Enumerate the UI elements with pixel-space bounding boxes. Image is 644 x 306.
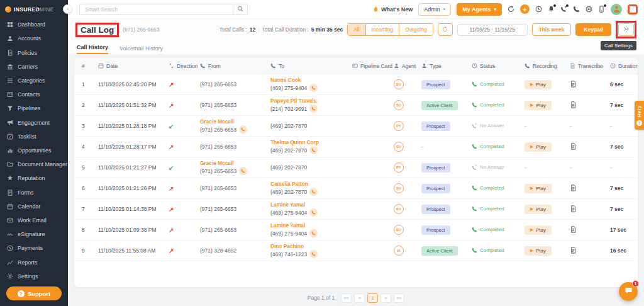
user-avatar[interactable]	[611, 4, 622, 15]
contact-name-link[interactable]: Popeye Ptl Travels	[270, 98, 350, 104]
to-cell: Dino Pachino(469) 746-1223	[270, 243, 352, 258]
filter-outgoing-button[interactable]: Outgoing	[399, 24, 433, 35]
contact-name-link[interactable]: Gracie Mccall	[200, 160, 268, 166]
transcript-icon[interactable]	[570, 247, 577, 254]
phone-icon[interactable]	[573, 6, 580, 13]
agent-badge[interactable]: SU	[394, 225, 404, 235]
agent-badge[interactable]: IA	[394, 246, 404, 256]
next-page-button[interactable]: »	[380, 293, 391, 303]
call-phone-icon[interactable]	[309, 229, 318, 237]
call-settings-button[interactable]	[618, 23, 634, 36]
tab-voicemail-history[interactable]: Voicemail History	[119, 45, 163, 54]
transcript-icon[interactable]	[570, 101, 577, 108]
whats-new-link[interactable]: What's New	[372, 6, 413, 13]
transcript-icon[interactable]	[570, 226, 577, 233]
ai-assistant-icon[interactable]: AI	[586, 6, 592, 13]
admin-dropdown[interactable]: Admin▾	[418, 3, 451, 16]
contact-name-link[interactable]: Naomi Cook	[270, 77, 350, 83]
call-phone-icon[interactable]	[309, 208, 318, 217]
call-phone-icon[interactable]	[309, 84, 318, 92]
tab-call-history[interactable]: Call History	[77, 44, 108, 54]
sidebar-item-dashboard[interactable]: Dashboard	[0, 18, 68, 31]
accounts-icon	[6, 35, 13, 42]
sidebar-item-accounts[interactable]: Accounts	[0, 31, 68, 45]
contact-name-link[interactable]: Lamine Yamal	[270, 222, 350, 229]
missed-call-icon	[472, 123, 477, 128]
contact-name-link[interactable]: Lamine Yamal	[270, 201, 350, 208]
agent-badge[interactable]: SU	[394, 142, 404, 152]
transcript-icon[interactable]	[570, 81, 577, 88]
my-agents-button[interactable]: My Agents▾	[457, 3, 502, 16]
device-icon[interactable]	[598, 6, 605, 13]
call-forward-icon[interactable]	[560, 6, 567, 13]
sidebar-item-categories[interactable]: Categories	[0, 74, 68, 88]
call-phone-icon[interactable]	[309, 188, 318, 196]
sidebar-item-payments[interactable]: $Payments	[0, 241, 68, 255]
sidebar-item-esignature[interactable]: eSignature	[0, 227, 68, 241]
sidebar-item-engagement[interactable]: Engagement	[0, 115, 68, 129]
play-recording-button[interactable]: ▶Play	[525, 184, 552, 193]
filter-incoming-button[interactable]: Incoming	[365, 24, 399, 35]
play-icon: ▶	[530, 248, 533, 253]
contact-name-link[interactable]: Camelia Patton	[270, 181, 350, 187]
sidebar-item-opportunities[interactable]: Opportunities	[0, 144, 68, 157]
sidebar-item-contacts[interactable]: Contacts	[0, 88, 68, 101]
sidebar-item-document-manager[interactable]: Document Manager	[0, 157, 68, 171]
notifications-icon[interactable]	[548, 6, 555, 13]
play-recording-button[interactable]: ▶Play	[525, 80, 552, 89]
sidebar-item-work-email[interactable]: Work Email	[0, 213, 68, 227]
play-recording-button[interactable]: ▶Play	[525, 142, 552, 152]
sidebar-item-carriers[interactable]: Carriers	[0, 60, 68, 74]
esignature-icon	[6, 231, 13, 237]
call-phone-icon[interactable]	[239, 167, 247, 175]
agent-cell: SU	[394, 204, 421, 214]
keypad-button[interactable]: Keypad	[575, 23, 611, 36]
refresh-icon[interactable]	[508, 6, 514, 13]
refresh-calls-button[interactable]	[438, 23, 453, 36]
history-icon[interactable]	[535, 6, 542, 13]
contact-name-link[interactable]: Thelma Quinn Corp	[270, 139, 350, 145]
transcript-icon[interactable]	[570, 184, 577, 191]
play-recording-button[interactable]: ▶Play	[525, 205, 552, 214]
sidebar-item-pipelines[interactable]: Pipelines	[0, 101, 68, 115]
support-button[interactable]: ? Support	[6, 286, 62, 300]
agent-badge[interactable]: PY	[394, 162, 404, 173]
sidebar-item-forms[interactable]: Forms	[0, 185, 68, 199]
search-input[interactable]	[79, 4, 233, 15]
prev-page-button[interactable]: «	[354, 293, 365, 303]
page-1-button[interactable]: 1	[367, 293, 378, 303]
contact-name-link[interactable]: Gracie Mccall	[200, 118, 268, 125]
chat-fab[interactable]: 1	[619, 282, 638, 301]
call-phone-icon[interactable]	[309, 250, 318, 258]
this-week-button[interactable]: This week	[532, 23, 572, 36]
sidebar-item-reports[interactable]: Reports	[0, 255, 68, 269]
transcript-icon[interactable]	[570, 143, 577, 150]
search-button[interactable]	[233, 4, 248, 15]
play-recording-button[interactable]: ▶Play	[525, 246, 552, 256]
first-page-button[interactable]: ««	[341, 293, 352, 303]
sidebar-item-settings[interactable]: Settings	[0, 269, 68, 283]
play-recording-button[interactable]: ▶Play	[525, 225, 552, 235]
sidebar-item-tasklist[interactable]: Tasklist	[0, 130, 68, 144]
call-phone-icon[interactable]	[239, 125, 247, 133]
add-button[interactable]: +	[520, 4, 530, 14]
call-phone-icon[interactable]	[309, 146, 318, 154]
sidebar-item-calendar[interactable]: Calendar	[0, 200, 68, 213]
sidebar-item-reputation[interactable]: Reputation	[0, 171, 68, 185]
transcript-icon[interactable]	[570, 205, 577, 212]
help-tab[interactable]: Help ?	[635, 101, 644, 130]
agent-badge[interactable]: SU	[394, 183, 404, 193]
sidebar-collapse-button[interactable]: ‹	[63, 4, 72, 14]
agent-badge[interactable]: SU	[394, 79, 404, 89]
filter-all-button[interactable]: All	[348, 24, 365, 35]
agent-cell: IA	[394, 246, 421, 256]
play-recording-button[interactable]: ▶Play	[525, 101, 552, 110]
agent-badge[interactable]: SU	[394, 100, 404, 110]
agent-badge[interactable]: PY	[394, 121, 404, 131]
contact-name-link[interactable]: Dino Pachino	[270, 243, 350, 249]
last-page-button[interactable]: »»	[394, 293, 404, 303]
date-range-input[interactable]: 11/09/25 - 11/15/25	[457, 24, 528, 36]
sidebar-item-policies[interactable]: Policies	[0, 45, 68, 59]
agent-badge[interactable]: SU	[394, 204, 404, 214]
call-phone-icon[interactable]	[309, 105, 318, 113]
